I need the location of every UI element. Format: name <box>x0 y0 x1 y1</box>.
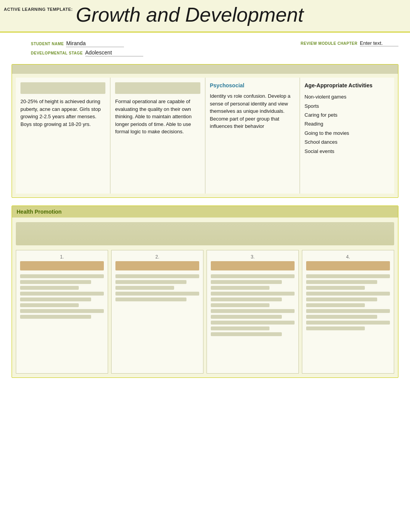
blurred-line <box>20 274 104 278</box>
blurred-line <box>211 292 295 296</box>
blurred-line <box>20 315 91 319</box>
blurred-line <box>20 309 104 313</box>
activities-list: Non-violent games Sports Caring for pets… <box>305 92 390 156</box>
blurred-line <box>211 309 295 313</box>
health-cell-4-header-blurred <box>306 261 390 270</box>
top-section-grid: 20-25% of height is achieved during pube… <box>16 78 394 194</box>
blurred-line <box>211 332 282 336</box>
health-cell-2-header-blurred <box>115 261 199 270</box>
blurred-line <box>211 280 282 284</box>
blurred-line <box>211 326 269 330</box>
review-module-field: REVIEW MODULE CHAPTER Enter text. <box>301 40 398 46</box>
review-module-label: REVIEW MODULE CHAPTER <box>301 41 357 46</box>
health-cell-4: 4. <box>302 250 394 374</box>
blurred-line <box>211 315 282 319</box>
health-intro-blurred <box>16 222 394 245</box>
activities-title: Age-Appropriate Activities <box>305 82 390 88</box>
physical-header-blurred <box>20 82 105 94</box>
health-cell-1: 1. <box>16 250 108 374</box>
blurred-line <box>211 286 269 290</box>
health-cell-1-number: 1. <box>20 254 104 260</box>
blurred-line <box>20 303 79 307</box>
list-item: Sports <box>305 102 390 110</box>
cognitive-header-blurred <box>115 82 200 94</box>
list-item: Caring for pets <box>305 110 390 119</box>
list-item: Non-violent games <box>305 92 390 101</box>
blurred-line <box>211 321 295 325</box>
blurred-line <box>306 321 390 325</box>
info-bar: STUDENT NAME Miranda DEVELOPMENTAL STAGE… <box>0 32 410 60</box>
student-name-value: Miranda <box>66 40 124 47</box>
blurred-line <box>306 292 390 296</box>
blurred-line <box>115 280 186 284</box>
list-item: Reading <box>305 119 390 128</box>
blurred-line <box>306 297 377 301</box>
blurred-line <box>20 297 91 301</box>
developmental-stage-field: DEVELOPMENTAL STAGE Adolescent <box>31 49 143 56</box>
health-grid: 1. 2. <box>16 250 394 374</box>
blurred-line <box>306 303 365 307</box>
blurred-line <box>211 297 282 301</box>
top-section-header-blurred <box>12 65 398 74</box>
student-info-left: STUDENT NAME Miranda DEVELOPMENTAL STAGE… <box>31 40 143 56</box>
physical-text: 20-25% of height is achieved during pube… <box>20 98 105 128</box>
health-cell-2-number: 2. <box>115 254 199 260</box>
health-cell-3-number: 3. <box>211 254 295 260</box>
health-section-header: Health Promotion <box>12 206 398 218</box>
psychosocial-text: Identity vs role confusion. Develop a se… <box>210 92 295 130</box>
health-promotion-section: Health Promotion 1. 2. <box>12 206 398 378</box>
page-header: ACTIVE LEARNING TEMPLATE: Growth and Dev… <box>0 0 410 32</box>
psychosocial-cell: Psychosocial Identity vs role confusion.… <box>205 78 300 194</box>
cognitive-text: Formal operational are capable of evalua… <box>115 98 200 136</box>
list-item: Going to the movies <box>305 129 390 138</box>
health-cell-1-header-blurred <box>20 261 104 270</box>
health-cell-4-number: 4. <box>306 254 390 260</box>
blurred-line <box>306 309 390 313</box>
blurred-line <box>306 315 377 319</box>
blurred-line <box>115 274 199 278</box>
developmental-stage-value: Adolescent <box>85 49 143 56</box>
student-name-field: STUDENT NAME Miranda <box>31 40 143 47</box>
blurred-line <box>20 292 104 296</box>
list-item: School dances <box>305 138 390 146</box>
main-content: 20-25% of height is achieved during pube… <box>0 60 410 393</box>
blurred-line <box>115 292 199 296</box>
blurred-line <box>306 286 365 290</box>
template-label: ACTIVE LEARNING TEMPLATE: <box>4 7 73 12</box>
blurred-line <box>20 286 79 290</box>
health-section-title: Health Promotion <box>17 209 62 215</box>
blurred-line <box>211 303 269 307</box>
student-name-label: STUDENT NAME <box>31 42 64 46</box>
blurred-line <box>306 280 377 284</box>
list-item: Social events <box>305 147 390 156</box>
page-title: Growth and Development <box>76 4 304 26</box>
blurred-line <box>211 274 295 278</box>
blurred-line <box>306 326 365 330</box>
review-module-value: Enter text. <box>360 40 398 46</box>
top-section-box: 20-25% of height is achieved during pube… <box>12 64 398 198</box>
health-cell-3-header-blurred <box>211 261 295 270</box>
activities-cell: Age-Appropriate Activities Non-violent g… <box>300 78 394 194</box>
psychosocial-title: Psychosocial <box>210 82 295 88</box>
health-cell-2: 2. <box>111 250 203 374</box>
physical-cell: 20-25% of height is achieved during pube… <box>16 78 110 194</box>
blurred-line <box>306 274 390 278</box>
blurred-line <box>115 297 186 301</box>
blurred-line <box>115 286 174 290</box>
blurred-line <box>20 280 91 284</box>
health-cell-3: 3. <box>207 250 299 374</box>
cognitive-cell: Formal operational are capable of evalua… <box>110 78 205 194</box>
developmental-stage-label: DEVELOPMENTAL STAGE <box>31 51 83 55</box>
